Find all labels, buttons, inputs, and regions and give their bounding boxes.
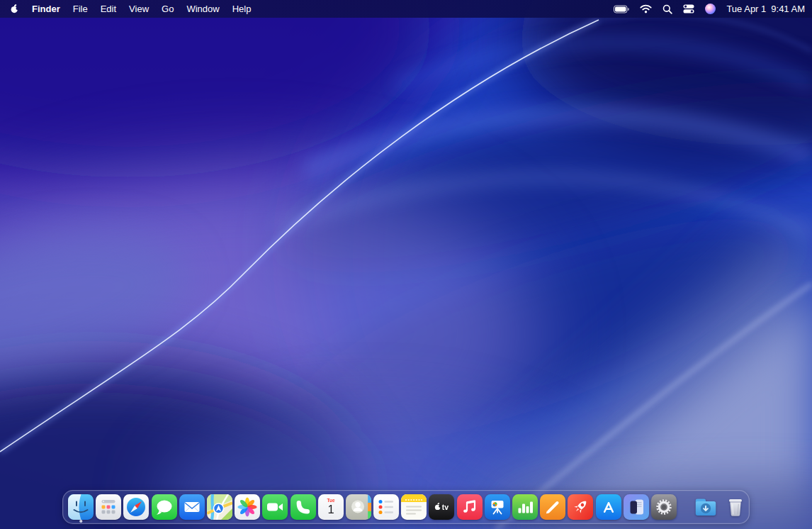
dock-item-reminders[interactable] [373,490,399,524]
dock-item-phone[interactable] [291,490,316,524]
dock-item-music[interactable] [457,490,483,524]
dock-item-launchpad[interactable] [96,490,121,524]
apple-tv-icon: tv [429,494,454,520]
wifi-icon [640,4,652,13]
dock-item-facetime[interactable] [262,490,288,524]
svg-text:tv: tv [442,503,449,511]
menu-bar: Finder File Edit View Go Window Help [0,0,812,18]
pages-icon [540,494,565,520]
music-icon [457,494,483,520]
wallpaper [0,0,812,529]
svg-text:1: 1 [327,503,334,516]
dock-item-messages[interactable] [152,490,177,524]
dock-item-settings[interactable] [651,490,677,524]
menu-help[interactable]: Help [232,0,252,18]
dock-item-mail[interactable] [179,490,205,524]
system-settings-icon [651,494,677,520]
iphone-mirroring-icon [624,494,649,520]
clock-date: Tue Apr 1 [726,4,766,14]
photos-icon [235,494,260,520]
dock-item-tv[interactable]: tv [429,490,454,524]
running-indicator [79,520,82,523]
app-store-icon [596,494,621,520]
dock-item-rocket[interactable] [568,490,593,524]
facetime-icon [262,494,288,520]
calendar-icon: Tue 1 [318,494,344,520]
dock-item-keynote[interactable] [485,490,510,524]
reminders-icon [373,494,399,520]
phone-icon [291,494,316,520]
dock-item-numbers[interactable] [512,490,538,524]
battery-status[interactable] [614,5,629,13]
control-center[interactable] [683,4,694,13]
notes-icon [401,494,427,520]
dock-item-trash[interactable] [722,490,749,524]
dock-item-maps[interactable] [207,490,232,524]
active-app-menu[interactable]: Finder [32,0,60,18]
downloads-folder-icon [692,494,719,520]
menu-edit[interactable]: Edit [101,0,116,18]
dock-item-calendar[interactable]: Tue 1 [318,490,344,524]
trash-icon [722,494,749,520]
contacts-icon [346,494,371,520]
mail-icon [179,494,205,520]
menu-window[interactable]: Window [186,0,219,18]
dock-item-pages[interactable] [540,490,565,524]
finder-icon [68,494,94,520]
dock: Tue 1 tv [62,490,750,524]
battery-icon [614,5,629,13]
dock-item-safari[interactable] [123,490,149,524]
maps-icon [207,494,232,520]
dock-item-iphone-mirroring[interactable] [624,490,649,524]
dock-item-finder[interactable] [68,490,94,524]
spotlight-search[interactable] [662,4,672,14]
launchpad-icon [96,494,121,520]
desktop: Finder File Edit View Go Window Help [0,0,812,529]
numbers-icon [512,494,538,520]
dock-item-notes[interactable] [401,490,427,524]
siri-icon [705,4,716,14]
apple-logo-icon [10,4,19,14]
siri[interactable] [705,4,716,14]
safari-icon [123,494,149,520]
menu-bar-clock[interactable]: Tue Apr 1 9:41 AM [726,4,805,14]
messages-icon [152,494,177,520]
dock-item-downloads[interactable] [692,490,719,524]
menu-file[interactable]: File [73,0,88,18]
keynote-icon [485,494,510,520]
dock-item-photos[interactable] [235,490,260,524]
rocket-icon [568,494,593,520]
dock-item-appstore[interactable] [596,490,621,524]
spotlight-search-icon [662,4,672,14]
svg-text:Tue: Tue [327,498,334,503]
control-center-icon [683,4,694,13]
clock-time: 9:41 AM [771,4,805,14]
apple-menu[interactable] [10,4,19,14]
menu-go[interactable]: Go [162,0,174,18]
wifi-status[interactable] [640,4,652,13]
dock-item-contacts[interactable] [346,490,371,524]
menu-view[interactable]: View [129,0,149,18]
